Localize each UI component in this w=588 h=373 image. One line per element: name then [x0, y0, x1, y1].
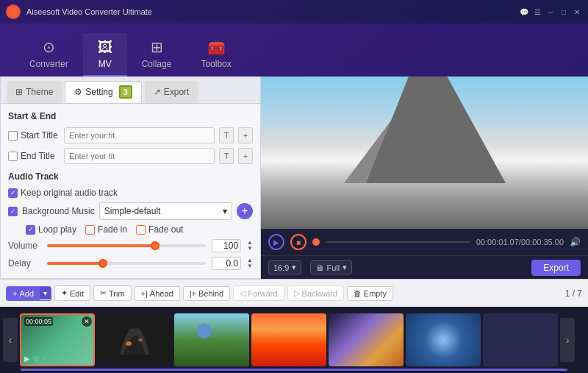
- quality-select[interactable]: 🖥 Full ▾: [310, 260, 352, 274]
- start-end-title: Start & End: [8, 111, 253, 121]
- export-button[interactable]: Export: [531, 260, 581, 276]
- trash-icon: 🗑: [354, 289, 362, 298]
- progress-line[interactable]: [326, 241, 470, 243]
- add-dropdown-button[interactable]: ▾: [40, 287, 51, 299]
- delay-thumb[interactable]: [98, 259, 107, 268]
- add-main-button[interactable]: + Add: [7, 287, 40, 300]
- navbar: ⊙ Converter 🖼 MV ⊞ Collage 🧰 Toolbox: [0, 24, 588, 77]
- nav-collage[interactable]: ⊞ Collage: [127, 32, 187, 77]
- start-title-label: Start Title: [8, 130, 60, 141]
- volume-label: Volume: [8, 241, 41, 251]
- delay-value: 0.0: [212, 257, 241, 270]
- chevron-down-icon: ▾: [223, 206, 227, 216]
- start-title-row: Start Title T +: [8, 127, 253, 143]
- delay-down-button[interactable]: ▼: [247, 263, 253, 269]
- filmstrip-thumb-2[interactable]: [97, 313, 172, 366]
- thumb-play-icon-1[interactable]: ▶: [24, 355, 30, 363]
- backward-button[interactable]: ▷ Backward: [287, 285, 344, 301]
- behind-button[interactable]: |+ Behind: [183, 286, 231, 301]
- maximize-button[interactable]: □: [559, 7, 569, 17]
- end-title-row: End Title T +: [8, 148, 253, 164]
- thumb-add-icon-1[interactable]: +: [43, 355, 47, 363]
- music-select[interactable]: Simple-default ▾: [99, 202, 232, 220]
- mv-icon: 🖼: [98, 39, 112, 56]
- play-button[interactable]: ▶: [268, 234, 284, 250]
- app-title: Aiseesoft Video Converter Ultimate: [26, 7, 519, 16]
- fade-out-checkbox[interactable]: [136, 225, 146, 235]
- keep-original-checkbox[interactable]: [8, 188, 18, 198]
- start-title-add-button[interactable]: +: [238, 127, 253, 143]
- delay-spinner[interactable]: ▲ ▼: [247, 257, 253, 269]
- tab-setting-label: Setting: [85, 87, 112, 97]
- start-end-section: Start & End Start Title T +: [8, 111, 253, 164]
- quality-chevron-icon: ▾: [343, 263, 347, 272]
- scissors-icon: ✂: [100, 288, 107, 298]
- thumb-time-1: 00:00:05: [24, 317, 53, 326]
- volume-row: Volume 100 ▲ ▼: [8, 239, 253, 252]
- background-music-checkbox[interactable]: [8, 207, 18, 216]
- plus-icon: +: [12, 289, 17, 298]
- filmstrip-thumb-3[interactable]: [174, 313, 249, 366]
- close-button[interactable]: ✕: [572, 7, 582, 17]
- end-title-add-button[interactable]: +: [238, 148, 253, 164]
- loop-play-checkbox[interactable]: [26, 225, 35, 235]
- end-title-checkbox[interactable]: [8, 152, 18, 161]
- ahead-button[interactable]: +| Ahead: [135, 286, 180, 301]
- ratio-select[interactable]: 16:9 ▾: [268, 260, 301, 274]
- nav-converter[interactable]: ⊙ Converter: [15, 32, 83, 77]
- fade-in-checkbox[interactable]: [85, 225, 95, 235]
- trim-button[interactable]: ✂ Trim: [93, 285, 132, 301]
- audio-track-title: Audio Track: [8, 171, 253, 182]
- volume-value: 100: [212, 239, 241, 252]
- ahead-icon: +|: [141, 289, 148, 298]
- volume-slider[interactable]: [47, 244, 206, 247]
- filmstrip-thumb-6[interactable]: [406, 313, 481, 366]
- app-window: Aiseesoft Video Converter Ultimate 💬 ☰ ─…: [0, 0, 588, 373]
- start-title-input[interactable]: [64, 127, 215, 143]
- edit-button[interactable]: ✦ Edit: [54, 285, 90, 301]
- filmstrip-prev-button[interactable]: ‹: [3, 318, 18, 362]
- edit-star-icon: ✦: [61, 288, 68, 298]
- forward-button[interactable]: ◁ Forward: [233, 285, 284, 301]
- volume-icon[interactable]: 🔊: [570, 237, 581, 247]
- tab-theme[interactable]: ⊞ Theme: [7, 81, 62, 103]
- nav-mv[interactable]: 🖼 MV: [83, 33, 127, 77]
- filmstrip-thumb-1[interactable]: 00:00:05 ✕ ▶ ☆ +: [20, 313, 95, 366]
- filmstrip-thumb-5[interactable]: [329, 313, 404, 366]
- background-music-label: Background Music: [22, 206, 95, 216]
- nav-collage-label: Collage: [142, 59, 172, 69]
- setting-gear-icon: ⚙: [74, 87, 82, 97]
- end-title-font-button[interactable]: T: [219, 148, 234, 164]
- volume-down-button[interactable]: ▼: [247, 246, 253, 252]
- backward-icon: ▷: [294, 288, 300, 298]
- volume-thumb[interactable]: [151, 241, 159, 250]
- stop-button[interactable]: ■: [290, 234, 306, 250]
- thumb-star-icon-1[interactable]: ☆: [33, 355, 40, 363]
- ratio-value: 16:9: [273, 263, 289, 272]
- chat-icon[interactable]: 💬: [519, 7, 529, 17]
- minimize-button[interactable]: ─: [545, 7, 556, 17]
- filmstrip-thumb-4[interactable]: [251, 313, 326, 366]
- filmstrip-next-button[interactable]: ›: [560, 318, 575, 362]
- start-title-font-button[interactable]: T: [219, 127, 234, 143]
- end-title-label: End Title: [8, 151, 60, 161]
- empty-button[interactable]: 🗑 Empty: [347, 286, 393, 301]
- volume-fill: [47, 244, 155, 247]
- delay-slider[interactable]: [47, 262, 206, 265]
- nav-toolbox[interactable]: 🧰 Toolbox: [186, 32, 245, 77]
- menu-icon[interactable]: ☰: [532, 7, 542, 17]
- add-music-button[interactable]: +: [237, 203, 253, 219]
- filmstrip: ‹ 00:00:05 ✕ ▶ ☆ +: [0, 307, 588, 373]
- theme-grid-icon: ⊞: [15, 87, 23, 97]
- right-panel: ▶ ■ 00:00:01.07/00:00:35.00 🔊 16:9 ▾ 🖥 F…: [261, 77, 588, 279]
- end-title-input[interactable]: [64, 148, 215, 164]
- thumb-close-1[interactable]: ✕: [82, 316, 92, 327]
- volume-spinner[interactable]: ▲ ▼: [247, 240, 253, 252]
- tab-export[interactable]: ↗ Export: [145, 81, 198, 103]
- start-title-checkbox[interactable]: [8, 131, 18, 141]
- toolbox-icon: 🧰: [207, 38, 226, 56]
- forward-icon: ◁: [240, 288, 245, 298]
- collage-icon: ⊞: [151, 38, 163, 56]
- tab-setting[interactable]: ⚙ Setting 3: [65, 81, 141, 103]
- filmstrip-thumb-7[interactable]: [483, 313, 558, 366]
